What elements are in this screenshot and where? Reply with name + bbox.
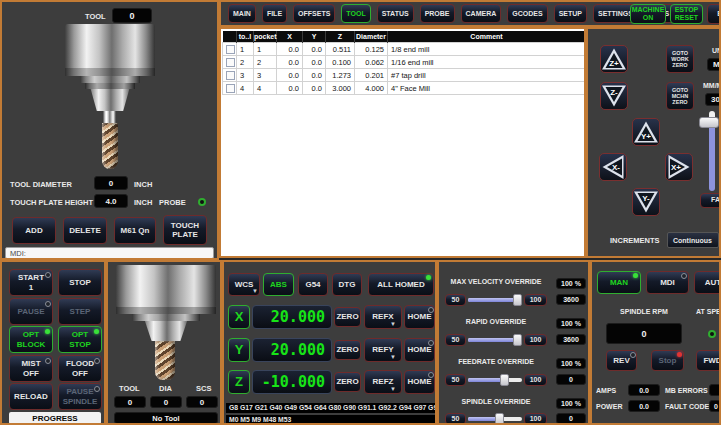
- slider-handle[interactable]: [495, 413, 504, 425]
- cell-tool[interactable]: 1: [237, 43, 254, 56]
- abs-button[interactable]: ABS: [263, 273, 294, 296]
- slider-handle[interactable]: [500, 374, 509, 386]
- cell-diameter[interactable]: 0.125: [355, 43, 388, 56]
- tab-setup[interactable]: SETUP: [554, 4, 587, 23]
- units-value[interactable]: MM: [707, 58, 721, 71]
- add-tool-button[interactable]: ADD: [12, 217, 56, 244]
- axis-z-button[interactable]: Z: [228, 370, 250, 394]
- reload-button[interactable]: RELOAD: [9, 383, 53, 410]
- spindle-override-slider[interactable]: [468, 413, 522, 425]
- col-x[interactable]: X: [277, 31, 303, 43]
- all-homed-button[interactable]: ALL HOMED: [368, 273, 434, 296]
- col-diameter[interactable]: Diameter: [355, 31, 388, 43]
- cell-tool[interactable]: 3: [237, 69, 254, 82]
- jog-z-plus-button[interactable]: Z+: [600, 45, 628, 73]
- cell-y[interactable]: 0.0: [303, 82, 326, 95]
- cell-comment[interactable]: 1/8 end mill: [388, 43, 586, 56]
- col-tool[interactable]: to..l: [237, 31, 254, 43]
- tab-file[interactable]: FILE: [262, 4, 287, 23]
- cell-x[interactable]: 0.0: [277, 82, 303, 95]
- table-row[interactable]: 4 4 0.0 0.0 3.000 4.000 4" Face Mill: [223, 82, 586, 95]
- delete-tool-button[interactable]: DELETE: [63, 217, 107, 244]
- cell-x[interactable]: 0.0: [277, 43, 303, 56]
- rapid-override-slider[interactable]: [468, 334, 522, 346]
- axis-x-button[interactable]: X: [228, 305, 250, 329]
- jog-rate-slider-handle[interactable]: [699, 117, 719, 128]
- feedrate-max-button[interactable]: 100: [524, 374, 547, 386]
- spindle-max-button[interactable]: 100: [524, 413, 547, 425]
- ref-x-button[interactable]: REFX: [364, 305, 402, 329]
- cell-x[interactable]: 0.0: [277, 69, 303, 82]
- row-checkbox[interactable]: [226, 45, 235, 54]
- max-velocity-slider[interactable]: [468, 294, 522, 306]
- estop-reset-button[interactable]: ESTOP RESET: [670, 4, 703, 24]
- cell-diameter[interactable]: 0.062: [355, 56, 388, 69]
- table-row[interactable]: 3 3 0.0 0.0 1.273 0.201 #7 tap drill: [223, 69, 586, 82]
- mdi-input[interactable]: MDI:: [5, 247, 214, 259]
- cell-pocket[interactable]: 1: [254, 43, 277, 56]
- ref-y-button[interactable]: REFY: [364, 338, 402, 362]
- slider-handle[interactable]: [513, 294, 522, 306]
- col-comment[interactable]: Comment: [388, 31, 586, 43]
- row-checkbox[interactable]: [226, 84, 235, 93]
- ref-z-button[interactable]: REFZ: [364, 370, 402, 394]
- machine-on-button[interactable]: MACHINE ON: [630, 4, 666, 24]
- cell-z[interactable]: 0.511: [326, 43, 355, 56]
- jog-x-minus-button[interactable]: X-: [599, 153, 627, 181]
- spindle-fwd-button[interactable]: FWD: [696, 350, 721, 371]
- cell-y[interactable]: 0.0: [303, 43, 326, 56]
- cell-pocket[interactable]: 4: [254, 82, 277, 95]
- cell-z[interactable]: 0.100: [326, 56, 355, 69]
- feedrate-override-slider[interactable]: [468, 374, 522, 386]
- zero-y-button[interactable]: ZERO: [334, 340, 361, 360]
- cell-z[interactable]: 3.000: [326, 82, 355, 95]
- jog-z-minus-button[interactable]: Z-: [600, 82, 628, 110]
- jog-y-plus-button[interactable]: Y+: [632, 118, 660, 146]
- tab-status[interactable]: STATUS: [377, 4, 414, 23]
- jog-rate-value[interactable]: 3000: [705, 93, 721, 106]
- touch-plate-button[interactable]: TOUCH PLATE: [163, 215, 207, 245]
- slider-handle[interactable]: [513, 334, 522, 346]
- cell-tool[interactable]: 2: [237, 56, 254, 69]
- col-z[interactable]: Z: [326, 31, 355, 43]
- cell-y[interactable]: 0.0: [303, 69, 326, 82]
- zero-z-button[interactable]: ZERO: [334, 372, 361, 392]
- max-velocity-max-button[interactable]: 100: [524, 294, 547, 306]
- table-row[interactable]: 2 2 0.0 0.0 0.100 0.062 1/16 end mill: [223, 56, 586, 69]
- col-pocket[interactable]: pocket: [254, 31, 277, 43]
- cycle-stop-button[interactable]: STOP: [58, 269, 102, 296]
- tab-gcodes[interactable]: GCODES: [507, 4, 547, 23]
- jog-x-plus-button[interactable]: X+: [665, 153, 693, 181]
- cell-comment[interactable]: 1/16 end mill: [388, 56, 586, 69]
- cell-diameter[interactable]: 4.000: [355, 82, 388, 95]
- increments-select[interactable]: Continuous: [667, 232, 719, 248]
- feedrate-min-button[interactable]: 50: [445, 374, 466, 386]
- step-button[interactable]: STEP: [58, 298, 102, 325]
- tab-camera[interactable]: CAMERA: [461, 4, 502, 23]
- exit-button[interactable]: EXIT: [707, 4, 721, 24]
- cell-x[interactable]: 0.0: [277, 56, 303, 69]
- rapid-max-button[interactable]: 100: [524, 334, 547, 346]
- tab-tool[interactable]: TOOL: [341, 4, 370, 23]
- cell-diameter[interactable]: 0.201: [355, 69, 388, 82]
- tab-main[interactable]: MAIN: [228, 4, 256, 23]
- row-checkbox[interactable]: [226, 71, 235, 80]
- max-velocity-min-button[interactable]: 50: [445, 294, 466, 306]
- cell-comment[interactable]: 4" Face Mill: [388, 82, 586, 95]
- dtg-button[interactable]: DTG: [332, 273, 362, 296]
- zero-x-button[interactable]: ZERO: [334, 307, 361, 327]
- m61-button[interactable]: M61 Qn: [114, 217, 156, 244]
- cell-pocket[interactable]: 2: [254, 56, 277, 69]
- g54-button[interactable]: G54: [298, 273, 328, 296]
- cell-comment[interactable]: #7 tap drill: [388, 69, 586, 82]
- cell-pocket[interactable]: 3: [254, 69, 277, 82]
- rapid-min-button[interactable]: 50: [445, 334, 466, 346]
- cell-y[interactable]: 0.0: [303, 56, 326, 69]
- table-row[interactable]: 1 1 0.0 0.0 0.511 0.125 1/8 end mill: [223, 43, 586, 56]
- mode-auto-button[interactable]: AUTO: [694, 271, 721, 294]
- goto-work-zero-button[interactable]: GOTO WORK ZERO: [666, 45, 694, 73]
- tool-diameter-value[interactable]: 0: [94, 176, 128, 190]
- axis-y-button[interactable]: Y: [228, 338, 250, 362]
- col-y[interactable]: Y: [303, 31, 326, 43]
- spindle-min-button[interactable]: 50: [445, 413, 466, 425]
